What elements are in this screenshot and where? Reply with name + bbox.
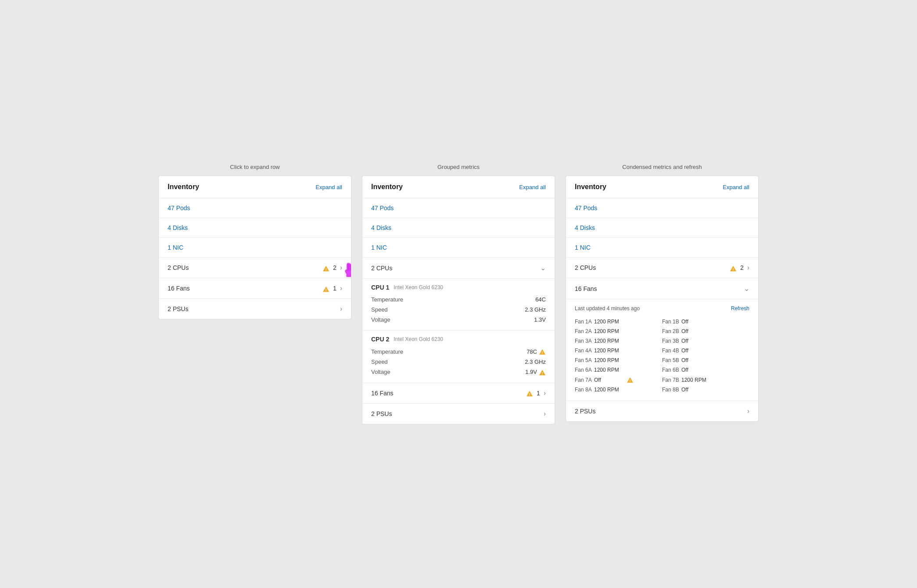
fan-name: Fan 8B [662,387,680,393]
section-title: Grouped metrics [437,164,480,170]
chevron-right-icon: › [340,264,342,272]
panel-section-0: Click to expand rowInventoryExpand all47… [158,164,351,319]
last-updated-text: Last updated 4 minutes ago [575,305,640,312]
fan-value: 1200 RPM [594,367,625,373]
warning-icon: ! [627,376,634,383]
metric-label: Speed [371,306,388,313]
row-label: 47 Pods [575,204,597,212]
fans-row-header[interactable]: 16 Fans⌄ [566,278,758,299]
table-row[interactable]: 47 Pods [362,198,555,218]
fan-value: Off [681,387,712,393]
svg-rect-2 [347,265,348,271]
svg-text:!: ! [325,267,326,271]
fan-value: Off [681,348,712,354]
svg-text:!: ! [542,371,543,375]
warning-icon: ! [322,285,330,292]
expand-all-button[interactable]: Expand all [519,184,546,190]
fan-row: Fan 2A1200 RPM [575,326,662,336]
warning-icon: ! [322,264,330,271]
metric-row: Speed2.3 GHz [371,357,546,367]
row-label: 1 NIC [371,244,387,251]
panel-section-2: Condensed metrics and refreshInventoryEx… [566,164,759,422]
table-row[interactable]: 2 PSUs› [159,299,351,319]
fan-value: Off [681,328,712,334]
fan-value: 1200 RPM [594,387,625,393]
fan-value: 1200 RPM [594,348,625,354]
metric-row: Temperature78C ! [371,346,546,357]
fan-value: 1200 RPM [681,377,712,383]
table-row[interactable]: 47 Pods [566,198,758,218]
chevron-right-icon: › [340,284,342,292]
table-row[interactable]: 2 CPUs ! 2› [566,258,758,278]
fan-name: Fan 8A [575,387,592,393]
table-row[interactable]: 1 NIC [566,238,758,258]
fan-name: Fan 4B [662,348,680,354]
panel-1: InventoryExpand all47 Pods4 Disks1 NIC2 … [362,176,555,424]
fan-row: Fan 5BOff [662,355,749,365]
table-row[interactable]: 2 PSUs› [362,404,555,424]
section-title: Condensed metrics and refresh [622,164,702,170]
fan-row: Fan 7B1200 RPM [662,375,749,385]
row-right: › [544,410,546,418]
fan-name: Fan 7A [575,377,592,383]
table-row[interactable]: 16 Fans ! 1› [362,383,555,404]
metric-label: Voltage [371,369,390,375]
expand-all-button[interactable]: Expand all [723,184,749,190]
fan-value: 1200 RPM [594,319,625,325]
chevron-down-icon: ⌄ [540,264,546,272]
inventory-title: Inventory [575,183,606,191]
cpu-row-header[interactable]: 2 CPUs⌄ [362,258,555,279]
table-row[interactable]: 2 PSUs› [566,401,758,421]
table-row[interactable]: 4 Disks [566,218,758,238]
fans-section: Last updated 4 minutes agoRefreshFan 1A1… [566,299,758,401]
fan-row: Fan 7AOff ! [575,375,662,385]
warning-icon: ! [730,264,737,271]
row-right: ! 2› [322,264,342,272]
fan-name: Fan 6A [575,367,592,373]
row-right: › [340,305,342,313]
cpu-details-section: CPU 2Intel Xeon Gold 6230Temperature78C … [362,330,555,383]
row-label: 1 NIC [168,244,183,251]
panel-header: InventoryExpand all [362,176,555,198]
row-label: 2 PSUs [168,305,188,312]
fan-row: Fan 1BOff [662,317,749,326]
chevron-right-icon: › [747,264,749,272]
table-row[interactable]: 4 Disks [362,218,555,238]
fan-row: Fan 4BOff [662,346,749,355]
fan-name: Fan 1A [575,319,592,325]
table-row[interactable]: 2 CPUs ! 2› [159,258,351,278]
table-row[interactable]: 1 NIC [159,238,351,258]
fan-name: Fan 2B [662,328,680,334]
fan-row: Fan 6BOff [662,365,749,375]
table-row[interactable]: 16 Fans ! 1› [159,278,351,299]
fan-value: Off [681,367,712,373]
fan-row: Fan 6A1200 RPM [575,365,662,375]
row-label: 1 NIC [575,244,591,251]
table-row[interactable]: 4 Disks [159,218,351,238]
row-right: ! 1› [322,284,342,292]
cpu-header: CPU 1Intel Xeon Gold 6230 [371,284,546,291]
metric-label: Temperature [371,348,403,355]
row-label: 16 Fans [168,285,190,292]
refresh-button[interactable]: Refresh [731,305,749,312]
fan-name: Fan 4A [575,348,592,354]
chevron-down-icon: ⌄ [744,284,749,293]
fan-value: 1200 RPM [594,338,625,344]
expand-all-button[interactable]: Expand all [315,184,342,190]
inventory-title: Inventory [371,183,403,191]
row-right: ! 1› [526,389,546,397]
table-row[interactable]: 47 Pods [159,198,351,218]
inventory-title: Inventory [168,183,199,191]
row-label: 47 Pods [371,204,394,212]
svg-text:!: ! [630,379,631,383]
warning-icon: ! [539,369,546,376]
row-label: 2 CPUs [168,264,189,271]
fan-name: Fan 5A [575,357,592,363]
row-label: 4 Disks [371,224,391,231]
metric-row: Temperature64C [371,294,546,305]
row-label: 2 PSUs [371,410,392,417]
table-row[interactable]: 1 NIC [362,238,555,258]
cursor-indicator [341,262,351,281]
fan-name: Fan 1B [662,319,680,325]
fan-name: Fan 6B [662,367,680,373]
